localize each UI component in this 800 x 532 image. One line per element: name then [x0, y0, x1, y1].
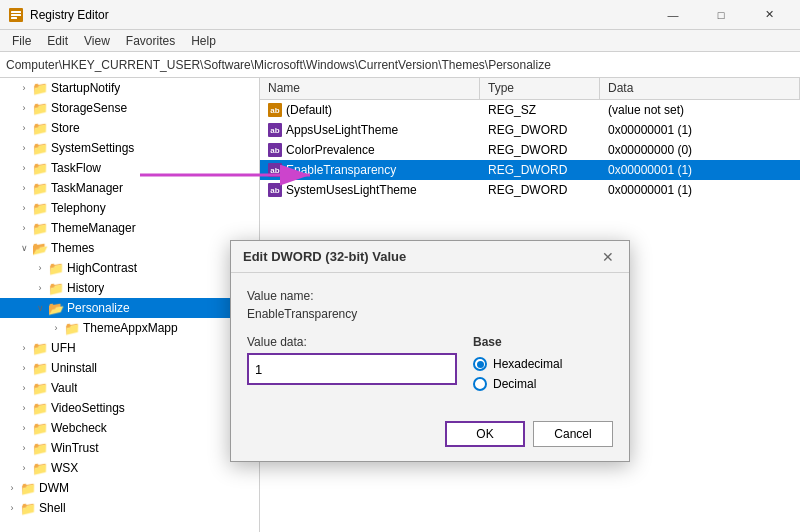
tree-item-dwm[interactable]: › 📁 DWM: [0, 478, 259, 498]
title-bar: Registry Editor — □ ✕: [0, 0, 800, 30]
tree-item-uninstall[interactable]: › 📁 Uninstall: [0, 358, 259, 378]
tree-item-startupnotify[interactable]: › 📁 StartupNotify: [0, 78, 259, 98]
expand-icon: ›: [16, 100, 32, 116]
radio-hexadecimal[interactable]: Hexadecimal: [473, 357, 613, 371]
row-name: ab ColorPrevalence: [260, 140, 480, 160]
dialog-footer: OK Cancel: [231, 413, 629, 461]
expand-icon: ›: [16, 440, 32, 456]
table-row-enabletransparency[interactable]: ab EnableTransparency REG_DWORD 0x000000…: [260, 160, 800, 180]
edit-dword-dialog: Edit DWORD (32-bit) Value ✕ Value name: …: [230, 240, 630, 462]
tree-label: StartupNotify: [51, 81, 120, 95]
row-name: ab (Default): [260, 100, 480, 120]
tree-label: ThemeManager: [51, 221, 136, 235]
folder-icon: 📁: [32, 181, 48, 196]
folder-icon: 📁: [32, 81, 48, 96]
radio-hex-indicator: [473, 357, 487, 371]
tree-label: Webcheck: [51, 421, 107, 435]
expand-icon: ›: [16, 380, 32, 396]
value-name-display: EnableTransparency: [247, 307, 613, 321]
menu-file[interactable]: File: [4, 32, 39, 50]
tree-label: HighContrast: [67, 261, 137, 275]
row-name: ab SystemUsesLightTheme: [260, 180, 480, 200]
tree-item-themes[interactable]: ∨ 📂 Themes: [0, 238, 259, 258]
tree-label: TaskManager: [51, 181, 123, 195]
tree-label: WSX: [51, 461, 78, 475]
address-bar[interactable]: Computer\HKEY_CURRENT_USER\Software\Micr…: [0, 52, 800, 78]
expand-icon: ›: [16, 140, 32, 156]
svg-rect-2: [11, 14, 21, 16]
tree-item-history[interactable]: › 📁 History: [0, 278, 259, 298]
expand-icon: ∨: [16, 240, 32, 256]
tree-item-wsx[interactable]: › 📁 WSX: [0, 458, 259, 478]
dialog-close-button[interactable]: ✕: [595, 244, 621, 270]
table-row[interactable]: ab AppsUseLightTheme REG_DWORD 0x0000000…: [260, 120, 800, 140]
folder-icon: 📁: [32, 381, 48, 396]
reg-icon: ab: [268, 183, 282, 197]
expand-icon: ›: [16, 80, 32, 96]
title-bar-controls: — □ ✕: [650, 0, 792, 30]
tree-item-taskmanager[interactable]: › 📁 TaskManager: [0, 178, 259, 198]
table-row[interactable]: ab (Default) REG_SZ (value not set): [260, 100, 800, 120]
tree-item-thememanager[interactable]: › 📁 ThemeManager: [0, 218, 259, 238]
header-name: Name: [260, 78, 480, 99]
value-name-label: Value name:: [247, 289, 613, 303]
tree-item-webcheck[interactable]: › 📁 Webcheck: [0, 418, 259, 438]
radio-dec-indicator: [473, 377, 487, 391]
tree-item-storagesense[interactable]: › 📁 StorageSense: [0, 98, 259, 118]
expand-icon: ›: [32, 260, 48, 276]
tree-item-ufh[interactable]: › 📁 UFH: [0, 338, 259, 358]
maximize-button[interactable]: □: [698, 0, 744, 30]
tree-item-store[interactable]: › 📁 Store: [0, 118, 259, 138]
reg-icon: ab: [268, 123, 282, 137]
menu-favorites[interactable]: Favorites: [118, 32, 183, 50]
folder-icon: 📁: [32, 341, 48, 356]
tree-item-videosettings[interactable]: › 📁 VideoSettings: [0, 398, 259, 418]
row-data: 0x00000000 (0): [600, 140, 800, 160]
tree-item-themeappxmapp[interactable]: › 📁 ThemeAppxMapp: [0, 318, 259, 338]
menu-view[interactable]: View: [76, 32, 118, 50]
expand-icon: ›: [16, 400, 32, 416]
tree-item-personalize[interactable]: ∨ 📂 Personalize: [0, 298, 259, 318]
row-type: REG_DWORD: [480, 120, 600, 140]
tree-item-shell[interactable]: › 📁 Shell: [0, 498, 259, 518]
tree-item-highcontrast[interactable]: › 📁 HighContrast: [0, 258, 259, 278]
expand-icon: ›: [16, 420, 32, 436]
title-bar-left: Registry Editor: [8, 7, 109, 23]
minimize-button[interactable]: —: [650, 0, 696, 30]
folder-icon: 📁: [32, 401, 48, 416]
folder-icon: 📁: [20, 481, 36, 496]
table-row[interactable]: ab SystemUsesLightTheme REG_DWORD 0x0000…: [260, 180, 800, 200]
folder-icon: 📁: [32, 141, 48, 156]
expand-icon: ›: [48, 320, 64, 336]
folder-icon: 📂: [32, 241, 48, 256]
menu-edit[interactable]: Edit: [39, 32, 76, 50]
expand-icon: ›: [16, 460, 32, 476]
tree-label: History: [67, 281, 104, 295]
details-header: Name Type Data: [260, 78, 800, 100]
row-data: (value not set): [600, 100, 800, 120]
regedit-icon: [8, 7, 24, 23]
row-name: ab AppsUseLightTheme: [260, 120, 480, 140]
tree-item-taskflow[interactable]: › 📁 TaskFlow: [0, 158, 259, 178]
expand-icon: ∨: [32, 300, 48, 316]
menu-help[interactable]: Help: [183, 32, 224, 50]
ok-button[interactable]: OK: [445, 421, 525, 447]
folder-icon: 📁: [32, 461, 48, 476]
tree-item-systemsettings[interactable]: › 📁 SystemSettings: [0, 138, 259, 158]
close-button[interactable]: ✕: [746, 0, 792, 30]
radio-decimal[interactable]: Decimal: [473, 377, 613, 391]
tree-item-telephony[interactable]: › 📁 Telephony: [0, 198, 259, 218]
tree-label: SystemSettings: [51, 141, 134, 155]
tree-item-wintrust[interactable]: › 📁 WinTrust: [0, 438, 259, 458]
table-row[interactable]: ab ColorPrevalence REG_DWORD 0x00000000 …: [260, 140, 800, 160]
tree-item-vault[interactable]: › 📁 Vault: [0, 378, 259, 398]
tree-label: Personalize: [67, 301, 130, 315]
value-data-input[interactable]: [247, 353, 457, 385]
expand-icon: ›: [16, 360, 32, 376]
folder-icon: 📁: [32, 161, 48, 176]
tree-label: Vault: [51, 381, 77, 395]
cancel-button[interactable]: Cancel: [533, 421, 613, 447]
tree-label: Store: [51, 121, 80, 135]
radio-hex-label: Hexadecimal: [493, 357, 562, 371]
folder-icon: 📁: [32, 201, 48, 216]
